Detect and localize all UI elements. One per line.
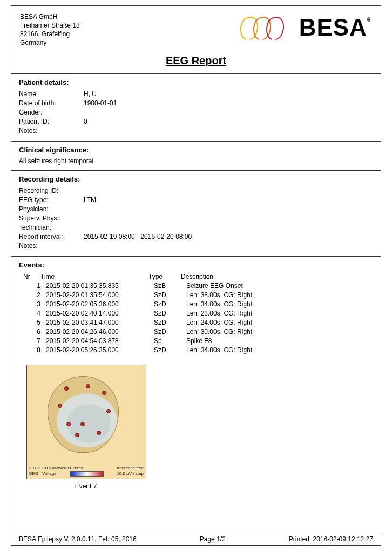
value-interval: 2015-02-19 08:00 - 2015-02-20 08:00 [84, 232, 373, 241]
label-dob: Date of birth: [19, 99, 84, 108]
company-street: Freihamer Straße 18 [20, 21, 80, 30]
recording-section: Recording details: Recording ID: EEG typ… [11, 170, 381, 256]
label-name: Name: [19, 90, 84, 99]
cell-type: SzD [154, 346, 186, 355]
col-type: Type [148, 272, 181, 281]
value-gender [84, 108, 373, 117]
label-gender: Gender: [19, 108, 84, 117]
cell-type: Sp [154, 337, 186, 346]
cell-desc: Spike F8 [186, 337, 373, 346]
recording-heading: Recording details: [19, 175, 373, 183]
electrode-dot [66, 422, 71, 426]
report-title: EEG Report [11, 55, 381, 67]
clinical-text: All seizures right temporal. [19, 157, 373, 165]
events-header-row: Nr Time Type Description [23, 272, 373, 281]
cell-nr: 6 [23, 327, 46, 337]
table-row: 82015-02-20 05:26:35.000SzDLen: 34.00s, … [23, 346, 373, 355]
label-tech: Technician: [19, 223, 84, 232]
value-notes [84, 126, 373, 136]
cell-time: 2015-02-20 01:35:54.000 [46, 291, 154, 300]
cell-time: 2015-02-20 05:26:35.000 [46, 346, 154, 355]
events-heading: Events: [19, 261, 373, 269]
table-row: 52015-02-20 03:41:47.000SzDLen: 24.00s, … [23, 318, 373, 327]
cell-nr: 1 [23, 281, 46, 291]
cell-desc: Len: 30.00s, CG: Right [186, 327, 373, 337]
electrode-dot [80, 422, 85, 426]
value-rnotes [84, 241, 373, 251]
col-nr: Nr [23, 272, 40, 281]
cell-desc: Seizure EEG Onset [186, 281, 373, 291]
value-phys [84, 205, 373, 214]
logo-heads-icon [236, 12, 296, 43]
cell-desc: Len: 24.00s, CG: Right [186, 318, 373, 327]
footer: BESA Epilepsy V. 2.0.0.11, Feb 05, 2016 … [11, 533, 381, 545]
company-city: 82166, Gräfelfing [20, 30, 80, 38]
cell-desc: Len: 23.00s, CG: Right [186, 309, 373, 318]
figure-footer: 20.02.2015 04:54:03.878ms reference free… [29, 466, 144, 477]
electrode-dot [75, 433, 79, 437]
col-desc: Description [181, 272, 373, 281]
logo-text: BESA® [299, 14, 372, 41]
cell-type: SzD [154, 318, 186, 327]
electrode-dot [106, 409, 111, 413]
cell-nr: 2 [23, 291, 46, 300]
table-row: 12015-02-20 01:35:35.835SzBSeizure EEG O… [23, 281, 373, 291]
cell-time: 2015-02-20 02:40:14.000 [46, 309, 154, 318]
cell-time: 2015-02-20 04:26:46.000 [46, 327, 154, 337]
electrode-dot [64, 386, 69, 391]
value-tech [84, 223, 373, 232]
cell-type: SzB [154, 281, 186, 291]
figure: 20.02.2015 04:54:03.878ms reference free… [26, 365, 145, 490]
cell-nr: 5 [23, 318, 46, 327]
col-time: Time [40, 272, 148, 281]
clinical-heading: Clinical significance: [19, 146, 373, 154]
logo: BESA® [236, 12, 372, 43]
label-phys: Physician: [19, 205, 84, 214]
table-row: 22015-02-20 01:35:54.000SzDLen: 38.00s, … [23, 291, 373, 300]
cell-nr: 8 [23, 346, 46, 355]
cell-time: 2015-02-20 02:05:36.000 [46, 300, 154, 309]
footer-page: Page 1/2 [200, 535, 226, 543]
cell-time: 2015-02-20 03:41:47.000 [46, 318, 154, 327]
cell-desc: Len: 38.00s, CG: Right [186, 291, 373, 300]
head-map: 20.02.2015 04:54:03.878ms reference free… [26, 365, 146, 479]
fig-signal: EEG - Voltage [29, 471, 57, 477]
patient-heading: Patient details: [19, 78, 373, 86]
value-name: H, U [84, 90, 373, 99]
patient-section: Patient details: Name:H, U Date of birth… [11, 73, 381, 141]
cell-desc: Len: 34.00s, CG: Right [186, 346, 373, 355]
cell-nr: 4 [23, 309, 46, 318]
cell-nr: 3 [23, 300, 46, 309]
electrode-dot [86, 384, 90, 388]
footer-version: BESA Epilepsy V. 2.0.0.11, Feb 05, 2016 [19, 535, 137, 543]
cell-type: SzD [154, 309, 186, 318]
cell-type: SzD [154, 327, 186, 337]
fig-scale: 10.0 µV / step [117, 471, 144, 477]
label-sup: Superv. Phys.: [19, 214, 84, 223]
electrode-dot [102, 391, 106, 395]
value-eeg: LTM [84, 196, 373, 205]
events-section: Events: Nr Time Type Description 12015-0… [11, 256, 381, 512]
color-scale-icon [70, 471, 104, 477]
value-sup [84, 214, 373, 223]
table-row: 42015-02-20 02:40:14.000SzDLen: 23.00s, … [23, 309, 373, 318]
table-row: 72015-02-20 04:54:03.878SpSpike F8 [23, 337, 373, 346]
label-notes: Notes: [19, 126, 84, 136]
company-address: BESA GmbH Freihamer Straße 18 82166, Grä… [20, 12, 80, 47]
figure-caption: Event 7 [26, 482, 145, 490]
label-eeg: EEG type: [19, 196, 84, 205]
value-pid: 0 [84, 117, 373, 126]
cell-nr: 7 [23, 337, 46, 346]
fig-timestamp: 20.02.2015 04:54:03.878ms [29, 466, 83, 471]
cell-time: 2015-02-20 04:54:03.878 [46, 337, 154, 346]
cell-time: 2015-02-20 01:35:35.835 [46, 281, 154, 291]
value-dob: 1900-01-01 [84, 99, 373, 108]
header: BESA GmbH Freihamer Straße 18 82166, Grä… [11, 6, 381, 50]
company-country: Germany [20, 38, 80, 47]
label-interval: Report interval: [19, 232, 84, 241]
electrode-dot [97, 431, 101, 435]
value-rid [84, 186, 373, 196]
fig-ref: reference free [117, 466, 144, 471]
report-page: BESA GmbH Freihamer Straße 18 82166, Grä… [11, 5, 381, 546]
label-pid: Patient ID: [19, 117, 84, 126]
